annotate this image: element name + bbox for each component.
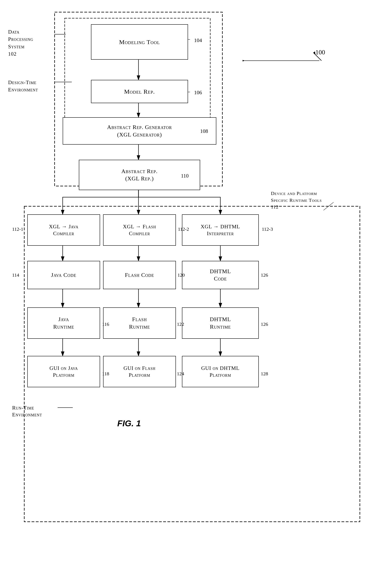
figure-label: FIG. 1	[117, 419, 141, 428]
abstract-rep-gen-box: Abstract Rep. Generator(XGL Generator)	[63, 117, 216, 145]
ref-118: 118	[102, 371, 109, 377]
xgl-flash-compiler-box: XGL → FlashCompiler	[103, 214, 176, 246]
flash-runtime-label: FlashRuntime	[129, 316, 150, 330]
ref-116: 116	[102, 322, 109, 327]
dhtml-runtime-label: DHTMLRuntime	[210, 316, 231, 330]
svg-marker-19	[243, 60, 245, 61]
java-code-label: Java Code	[51, 271, 76, 279]
ref-110: 110	[181, 173, 189, 179]
xgl-flash-label: XGL → FlashCompiler	[123, 223, 156, 237]
modeling-tool-box: Modeling Tool	[91, 24, 188, 60]
abstract-rep-gen-label: Abstract Rep. Generator(XGL Generator)	[107, 124, 172, 138]
ref-128: 128	[261, 371, 268, 377]
ref-120: 120	[178, 272, 185, 278]
modeling-tool-label: Modeling Tool	[119, 38, 160, 46]
gui-flash-label: GUI on FlashPlatform	[124, 365, 156, 379]
ref-112-2: 112-2	[178, 226, 189, 232]
model-rep-box: Model Rep.	[91, 80, 188, 103]
xgl-dhtml-box: XGL → DHTMLInterpreter	[182, 214, 259, 246]
ref-122: 122	[177, 322, 184, 327]
flash-code-label: Flash Code	[125, 271, 154, 279]
abstract-rep-label: Abstract Rep.(XGL Rep.)	[121, 168, 157, 183]
gui-java-label: GUI on JavaPlatform	[50, 365, 78, 379]
ref-108: 108	[200, 128, 208, 134]
xgl-java-compiler-box: XGL → JavaCompiler	[27, 214, 100, 246]
svg-line-24	[323, 202, 334, 210]
ref-114: 114	[12, 272, 19, 278]
diagram: Modeling Tool Model Rep. Abstract Rep. G…	[0, 0, 392, 564]
ref-112-1: 112-1	[12, 226, 23, 232]
gui-dhtml-label: GUI on DHTMLPlatform	[201, 365, 239, 379]
xgl-dhtml-label: XGL → DHTMLInterpreter	[201, 223, 240, 237]
device-platform-label: Device and PlatformSpecific Runtime Tool…	[271, 190, 322, 211]
ref-126-runtime: 126	[261, 322, 268, 327]
ref-124: 124	[177, 371, 184, 377]
ref-104: 104	[194, 37, 202, 43]
flash-code-box: Flash Code	[103, 261, 176, 289]
java-runtime-box: JavaRuntime	[27, 307, 100, 339]
dhtml-runtime-box: DHTMLRuntime	[182, 307, 259, 339]
runtime-env-label: Run-TimeEnvironment	[12, 404, 42, 418]
ref-126-code: 126	[261, 272, 268, 278]
data-processing-system-label: DataProcessingSystem102	[8, 28, 33, 58]
java-code-box: Java Code	[27, 261, 100, 289]
gui-dhtml-box: GUI on DHTMLPlatform	[182, 356, 259, 387]
ref-106: 106	[194, 90, 202, 96]
dhtml-code-box: DHTMLCode	[182, 261, 259, 289]
ref-112-3: 112-3	[262, 226, 273, 232]
model-rep-label: Model Rep.	[124, 87, 155, 96]
dhtml-code-label: DHTMLCode	[210, 268, 231, 282]
flash-runtime-box: FlashRuntime	[103, 307, 176, 339]
design-time-env-label: Design-TimeEnvironment	[8, 79, 38, 94]
xgl-java-label: XGL → JavaCompiler	[49, 223, 78, 237]
java-runtime-label: JavaRuntime	[53, 316, 74, 330]
gui-flash-box: GUI on FlashPlatform	[103, 356, 176, 387]
gui-java-box: GUI on JavaPlatform	[27, 356, 100, 387]
ref-100: 100	[311, 49, 332, 63]
